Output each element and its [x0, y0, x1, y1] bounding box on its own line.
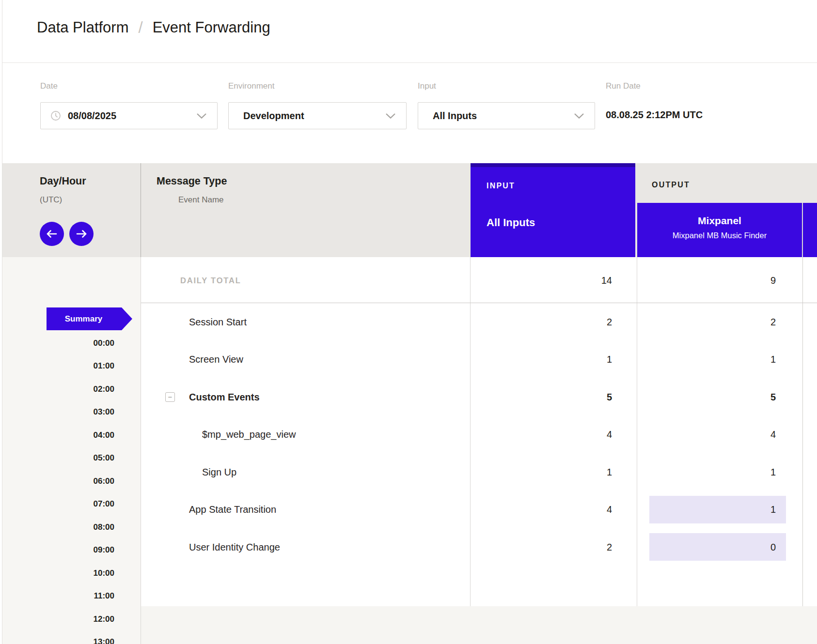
event-name: App State Transition [189, 504, 276, 515]
date-filter-label: Date [40, 81, 58, 91]
output-cell-value: 0 [770, 541, 776, 552]
column-divider [141, 163, 141, 257]
input-cell-value: 5 [607, 391, 612, 402]
input-filter-label: Input [418, 81, 436, 91]
environment-dropdown[interactable]: Development [228, 102, 407, 129]
table-row: $mp_web_page_view 4 4 [0, 416, 817, 454]
input-group-label: INPUT [487, 182, 515, 190]
table-row: Screen View 1 1 [0, 341, 817, 379]
run-date-value: 08.08.25 2:12PM UTC [606, 109, 703, 121]
environment-value: Development [243, 110, 304, 122]
run-date-label: Run Date [606, 81, 641, 91]
event-name: User Identity Change [189, 541, 280, 552]
daily-total-input-value: 14 [601, 275, 612, 286]
daily-total-label: DAILY TOTAL [180, 276, 241, 285]
output-cell-value: 1 [770, 504, 776, 515]
event-name: Screen View [189, 354, 243, 365]
connector-name: Mixpanel [698, 215, 741, 227]
date-dropdown[interactable]: 08/08/2025 [40, 102, 218, 129]
chevron-down-icon [574, 113, 584, 119]
connector-subtitle: Mixpanel MB Music Finder [673, 231, 767, 240]
daily-total-output-value: 9 [770, 275, 776, 286]
hour-item[interactable]: 11:00 [29, 585, 114, 608]
input-cell-value: 4 [607, 429, 612, 440]
message-type-column-subtitle: Event Name [178, 195, 224, 205]
input-cell-value: 1 [607, 466, 612, 477]
event-forwarding-page: Data Platform / Event Forwarding Date En… [0, 0, 817, 644]
chevron-down-icon [386, 113, 395, 119]
day-hour-column-title: Day/Hour [40, 175, 86, 187]
output-cell-value: 5 [770, 391, 776, 402]
previous-day-button[interactable] [40, 222, 64, 246]
hour-item[interactable]: 13:00 [29, 631, 114, 644]
breadcrumb: Data Platform / Event Forwarding [37, 18, 270, 37]
output-group-label: OUTPUT [652, 181, 690, 189]
event-rows: Session Start 2 2 Screen View 1 1 − Cust… [0, 303, 817, 566]
input-cell-value: 1 [607, 354, 612, 365]
table-row-custom-events: − Custom Events 5 5 [0, 378, 817, 416]
input-value: All Inputs [433, 110, 477, 122]
next-day-button[interactable] [69, 222, 94, 246]
input-cell-value: 2 [607, 316, 612, 327]
page-title: Event Forwarding [153, 19, 270, 36]
date-value: 08/08/2025 [68, 110, 116, 122]
event-name: Sign Up [202, 466, 236, 477]
breadcrumb-separator: / [139, 18, 143, 37]
daily-total-row: DAILY TOTAL 14 9 [0, 257, 817, 303]
input-dropdown[interactable]: All Inputs [418, 102, 595, 129]
table-row: Sign Up 1 1 [0, 453, 817, 491]
input-cell-value: 2 [607, 541, 612, 552]
highlighted-output-cell[interactable]: 1 [649, 496, 786, 523]
output-cell-value: 4 [770, 429, 776, 440]
output-cell-value: 1 [770, 354, 776, 365]
highlighted-output-cell[interactable]: 0 [649, 533, 786, 561]
header-divider [2, 62, 817, 63]
input-cell-value: 4 [607, 504, 612, 515]
environment-filter-label: Environment [228, 81, 274, 91]
event-name: $mp_web_page_view [202, 429, 296, 440]
output-connector-header[interactable]: Mixpanel Mixpanel MB Music Finder [637, 203, 802, 257]
collapse-toggle[interactable]: − [165, 392, 175, 402]
output-cell-value: 1 [770, 466, 776, 477]
output-cell-value: 2 [770, 316, 776, 327]
message-type-column-title: Message Type [157, 175, 227, 187]
table-row: Session Start 2 2 [0, 303, 817, 341]
input-column-name: All Inputs [487, 216, 535, 229]
input-column-header[interactable]: INPUT All Inputs [471, 163, 635, 257]
next-connector-header-partial[interactable] [803, 203, 817, 257]
arrow-left-icon [46, 230, 58, 238]
clock-icon [50, 110, 61, 121]
breadcrumb-section[interactable]: Data Platform [37, 19, 129, 36]
event-name: Custom Events [189, 391, 260, 402]
arrow-right-icon [76, 230, 87, 238]
table-row: User Identity Change 2 0 [0, 528, 817, 566]
minus-icon: − [168, 393, 173, 400]
event-name: Session Start [189, 316, 247, 327]
table-row: App State Transition 4 1 [0, 491, 817, 529]
chevron-down-icon [197, 113, 206, 119]
hour-item[interactable]: 12:00 [29, 608, 114, 631]
day-hour-column-subtitle: (UTC) [40, 195, 62, 205]
footer-band [141, 606, 817, 644]
